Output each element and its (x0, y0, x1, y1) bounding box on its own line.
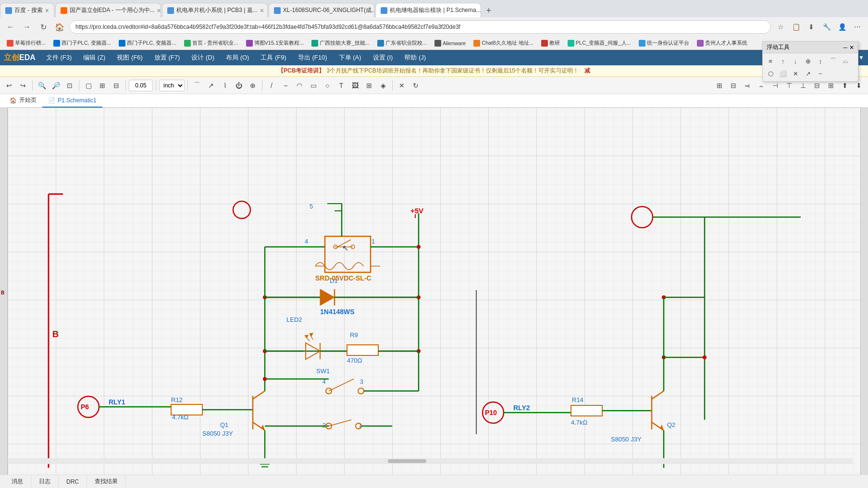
rotate-button[interactable]: ↻ (409, 79, 422, 92)
bookmark-strawberry[interactable]: 草莓排行榜... (4, 38, 49, 48)
redo-button[interactable]: ↪ (17, 79, 29, 92)
bookmark-chat8[interactable]: Chat8久久地址 地址... (471, 38, 536, 48)
float-tool-arc2[interactable]: ⌒ (827, 55, 839, 67)
forward-button[interactable]: → (20, 20, 34, 34)
zoom-value-input[interactable] (129, 80, 153, 91)
float-tool-arrow[interactable]: ↗ (802, 68, 814, 79)
menu-tools[interactable]: 工具 (F9) (256, 51, 291, 64)
bottom-tab-message[interactable]: 消息 (4, 475, 31, 488)
bookmark-guizhou[interactable]: 首页 - 贵州省职业... (181, 38, 241, 48)
tab-schematic1[interactable]: 📄 P1.Schematic1 (42, 94, 102, 108)
bookmark-guangdong[interactable]: 广东省职业院校... (374, 38, 430, 48)
address-input[interactable] (69, 20, 771, 34)
tab-schema[interactable]: 机电继电器输出模块 | P1.Schema... × (375, 3, 481, 17)
tab-close-baidu[interactable]: × (45, 7, 49, 14)
menu-file[interactable]: 文件 (F3) (41, 51, 76, 64)
tab-pcb3[interactable]: 机电单片机小系统 | PCB3 | 嘉... × (162, 3, 268, 17)
bookmark-guangxi[interactable]: 广西技能大赛_技能... (309, 38, 372, 48)
bookmark-jiaoyuan[interactable]: 教研 (538, 38, 563, 48)
menu-layout[interactable]: 布局 (O) (221, 51, 254, 64)
menu-order[interactable]: 下单 (A) (334, 51, 366, 64)
paste-btn[interactable]: ⊟ (727, 79, 740, 92)
float-tool-rect[interactable]: ⬜ (777, 68, 789, 79)
bookmark-siemens1[interactable]: 西门子PLC, 变频器... (50, 38, 114, 48)
refresh-button[interactable]: ↻ (37, 20, 50, 34)
schematic-canvas[interactable]: B P6 RLY1 R12 4.7kΩ (8, 108, 860, 477)
menu-design[interactable]: 设计 (D) (186, 51, 219, 64)
tab-baidu[interactable]: 百度 - 搜索 × (0, 3, 54, 17)
bookmark-plc[interactable]: PLC_变频器_伺服_人... (565, 38, 634, 48)
text-button[interactable]: T (335, 79, 347, 92)
bookmark-star[interactable]: ☆ (774, 20, 787, 34)
bottom-tab-find[interactable]: 查找结果 (87, 475, 126, 488)
collections-icon[interactable]: 📋 (789, 20, 803, 34)
tab-favicon-schema (381, 7, 387, 14)
svg-text:S8050 J3Y: S8050 J3Y (202, 430, 233, 437)
float-tool-cross[interactable]: ✕ (790, 68, 801, 79)
float-tool-add[interactable]: ⊕ (802, 55, 814, 67)
bottom-tab-log[interactable]: 日志 (31, 475, 59, 488)
netflag-button[interactable]: ⌇ (219, 79, 231, 92)
wire-button[interactable]: ⌒ (191, 79, 203, 92)
table-button[interactable]: ⊟ (110, 79, 123, 92)
profile-icon[interactable]: 👤 (835, 20, 849, 34)
float-tool-down[interactable]: ↓ (790, 55, 801, 67)
bottom-tab-drc[interactable]: DRC (59, 475, 87, 488)
table2-button[interactable]: ⊞ (363, 79, 375, 92)
float-tool-swap[interactable]: ↕ (815, 55, 826, 67)
bookmark-identity[interactable]: 统一身份认证平台 (636, 38, 692, 48)
rect-button[interactable]: ▭ (307, 79, 320, 92)
notification-close[interactable]: 减 (584, 67, 590, 75)
bookmark-bowu[interactable]: 博图V15.1安装教程... (243, 38, 307, 48)
img-button[interactable]: 🖼 (349, 79, 361, 92)
ellipse-button[interactable]: ○ (321, 79, 334, 92)
copy-btn[interactable]: ⊞ (713, 79, 726, 92)
settings-icon[interactable]: ⋯ (851, 20, 864, 34)
menu-help[interactable]: 帮助 (J) (399, 51, 431, 64)
bookmark-siemens2[interactable]: 西门子PLC, 变频器... (116, 38, 179, 48)
select-button[interactable]: ▢ (82, 79, 95, 92)
back-button[interactable]: ← (4, 20, 17, 34)
float-tool-minus[interactable]: − (815, 68, 826, 79)
menu-view[interactable]: 视图 (F6) (112, 51, 147, 64)
bus-button[interactable]: ↗ (205, 79, 217, 92)
menu-settings[interactable]: 设置 (I) (368, 51, 398, 64)
bookmark-alienware[interactable]: Alienware (432, 39, 469, 48)
tab-home[interactable]: 🏠 开始页 (4, 94, 42, 108)
bezier-button[interactable]: ⌣ (279, 79, 292, 92)
horizontal-scrollbar-thumb[interactable] (388, 459, 426, 463)
float-tool-up[interactable]: ↑ (777, 55, 789, 67)
unit-select[interactable]: inch mm mil (159, 80, 185, 91)
home-button[interactable]: 🏠 (53, 20, 66, 34)
arc-button[interactable]: ◠ (293, 79, 306, 92)
extensions-icon[interactable]: 🔧 (820, 20, 833, 34)
float-tool-arc3[interactable]: ⌓ (840, 55, 851, 67)
fit-button[interactable]: ⊡ (63, 79, 76, 92)
zoom-out-button[interactable]: 🔎 (50, 79, 62, 92)
component-button[interactable]: ⊕ (247, 79, 259, 92)
float-panel-minimize[interactable]: ─ (843, 44, 847, 51)
menu-edit[interactable]: 编辑 (Z) (78, 51, 110, 64)
float-tool-align[interactable]: ≡ (765, 55, 776, 67)
menu-export[interactable]: 导出 (F10) (293, 51, 332, 64)
horizontal-scrollbar[interactable] (8, 458, 853, 464)
new-tab-button[interactable]: + (482, 4, 496, 17)
svg-text:1N4148WS: 1N4148WS (320, 308, 355, 316)
tab-lceda[interactable]: 国产嘉立创EDA - 一个用心为中... × (55, 3, 161, 17)
float-tool-hex[interactable]: ⬡ (765, 68, 776, 79)
symbol-button[interactable]: ◈ (377, 79, 389, 92)
menu-place[interactable]: 放置 (F7) (149, 51, 185, 64)
delete-button[interactable]: ✕ (396, 79, 408, 92)
tab-close-pcb3[interactable]: × (260, 7, 264, 14)
float-panel-close[interactable]: ✕ (849, 44, 854, 51)
undo-button[interactable]: ↩ (3, 79, 15, 92)
tab-xl[interactable]: XL-1608SURC-06_XINGLIGHT(成... × (269, 3, 374, 17)
zoom-in-button[interactable]: 🔍 (36, 79, 48, 92)
tab-close-lceda[interactable]: × (157, 7, 161, 14)
align-left[interactable]: ⫤ (741, 79, 754, 92)
downloads-icon[interactable]: ⬇ (805, 20, 818, 34)
grid-button[interactable]: ⊞ (96, 79, 109, 92)
bookmark-guizhou-talent[interactable]: 贵州人才人事系统 (694, 38, 750, 48)
power-button[interactable]: ⏻ (233, 79, 245, 92)
line-button[interactable]: / (265, 79, 278, 92)
